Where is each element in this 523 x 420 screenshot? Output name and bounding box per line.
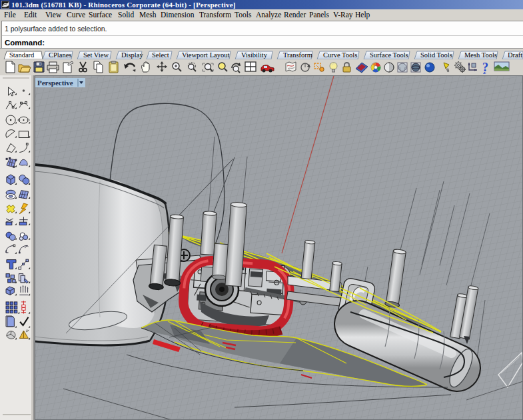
svg-text:Mesh Tools: Mesh Tools [464, 51, 497, 59]
svg-text:Draft: Draft [508, 51, 522, 59]
svg-text:Select: Select [152, 51, 169, 59]
svg-text:Viewport Layout: Viewport Layout [182, 51, 229, 59]
svg-text:Perspective: Perspective [37, 79, 73, 87]
svg-text:Set View: Set View [83, 51, 109, 59]
svg-text:Standard: Standard [9, 51, 35, 59]
svg-text:CPlanes: CPlanes [49, 51, 71, 59]
svg-text:Visibility: Visibility [241, 51, 268, 59]
svg-text:Transform: Transform [283, 51, 312, 59]
svg-text:Curve Tools: Curve Tools [323, 51, 357, 59]
svg-text:?: ? [482, 61, 488, 74]
svg-text:Surface Tools: Surface Tools [370, 51, 408, 59]
svg-text:Display: Display [121, 51, 143, 59]
svg-text:Solid Tools: Solid Tools [420, 51, 452, 59]
